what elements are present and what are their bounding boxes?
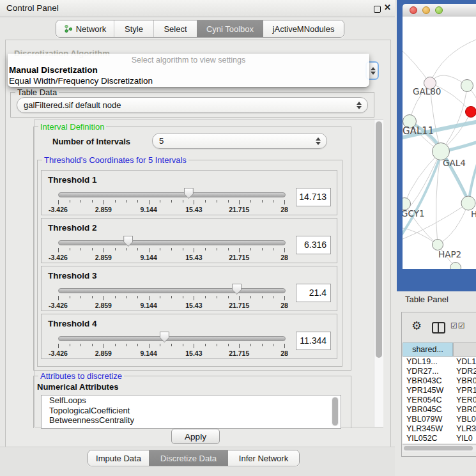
float-window-icon[interactable] — [374, 6, 381, 13]
algorithm-placeholder: Select algorithm to view settings — [8, 56, 369, 65]
minimize-traffic-light-icon[interactable] — [422, 6, 430, 14]
table-cell-shared-name[interactable]: YPR145W — [406, 386, 443, 395]
table-toolbar: ⚙ ☑☑ — [402, 312, 476, 342]
table-cell-shared-name[interactable]: YLR345W — [406, 424, 443, 434]
tab-select[interactable]: Select — [153, 20, 197, 37]
table-cell-name[interactable]: YIL0 — [456, 434, 473, 443]
attribute-item-selfloops[interactable]: SelfLoops — [42, 395, 341, 406]
table-row[interactable]: YIL052CYIL0 — [403, 434, 476, 443]
tick-label: 28 — [280, 302, 288, 309]
threshold-3-value-input[interactable]: 21.4 — [296, 284, 331, 302]
num-intervals-combo[interactable]: 5 — [152, 133, 327, 149]
threshold-3-slider-track[interactable] — [58, 288, 286, 293]
tab-discretize-data[interactable]: Discretize Data — [149, 450, 228, 466]
edge[interactable] — [403, 227, 438, 245]
table-cell-shared-name[interactable]: YER054C — [406, 395, 442, 405]
table-cell-shared-name[interactable]: YDR27... — [406, 367, 439, 376]
tab-label: Network — [76, 24, 107, 34]
table-cell-name[interactable]: YER0 — [456, 395, 476, 405]
attributes-list-scrollbar[interactable] — [332, 397, 339, 426]
algorithm-option-equal-width-frequency-discretization[interactable]: Equal Width/Frequency Discretization — [9, 76, 153, 86]
attribute-item-topologicalcoefficient[interactable]: TopologicalCoefficient — [42, 406, 341, 416]
table-row[interactable]: YBR043CYBR0 — [403, 376, 476, 386]
apply-button[interactable]: Apply — [171, 429, 220, 444]
threshold-4-slider-track[interactable] — [58, 336, 286, 341]
interval-definition-group-label: Interval Definition — [38, 123, 106, 131]
table-cell-name[interactable]: YLR3 — [456, 424, 476, 434]
algorithm-dropdown-popup: Select algorithm to view settings Manual… — [8, 54, 369, 87]
split-columns-icon[interactable] — [432, 322, 445, 334]
table-row[interactable]: YDL19...YDL1 — [403, 357, 476, 367]
num-intervals-value: 5 — [159, 136, 164, 146]
tab-jactivemnodules[interactable]: jActiveMNodules — [263, 20, 344, 37]
tab-style[interactable]: Style — [114, 20, 153, 37]
table-row[interactable]: YER054CYER0 — [403, 395, 476, 405]
table-row[interactable]: YPR145WYPR1 — [403, 386, 476, 395]
network-graph-icon — [64, 24, 73, 33]
tick-label: 9.144 — [140, 349, 157, 357]
table-cell-shared-name[interactable]: YDL19... — [406, 357, 438, 367]
table-cell-shared-name[interactable]: YIL052C — [406, 434, 438, 443]
edge[interactable] — [441, 86, 467, 151]
close-traffic-light-icon[interactable] — [410, 6, 417, 14]
network-canvas[interactable]: GAL80GAL11GAL4GCY1HHAP2 — [403, 17, 476, 269]
table-data-combo-value: galFiltered.sif default node — [24, 100, 121, 110]
attributes-list[interactable]: SelfLoopsTopologicalCoefficientBetweenne… — [41, 395, 341, 429]
vertical-scrollbar[interactable] — [374, 119, 383, 427]
threshold-1-box: Threshold 1-3.4262.8599.14415.4321.71528… — [41, 170, 337, 215]
node-label-h: H — [471, 209, 476, 219]
column-header-shared-name[interactable]: shared... — [403, 342, 453, 357]
table-cell-name[interactable]: YBL0 — [456, 415, 476, 424]
threshold-4-box: Threshold 4-3.4262.8599.14415.4321.71528… — [41, 314, 337, 359]
threshold-2-value-input[interactable]: 6.316 — [296, 236, 331, 254]
node-hap2[interactable] — [433, 240, 443, 250]
close-icon[interactable]: ✕ — [384, 3, 391, 12]
edge[interactable] — [438, 203, 468, 245]
edge[interactable] — [403, 50, 430, 83]
table-cell-shared-name[interactable]: YBR043C — [406, 376, 442, 386]
tab-impute-data[interactable]: Impute Data — [88, 450, 149, 466]
threshold-label: Threshold 1 — [48, 175, 97, 185]
table-row[interactable]: YDR27...YDR2 — [403, 367, 476, 376]
table-cell-shared-name[interactable]: YBR045C — [406, 405, 442, 415]
node[interactable] — [461, 80, 473, 92]
column-header-name[interactable]: n — [453, 342, 476, 357]
table-data-combo[interactable]: galFiltered.sif default node — [17, 97, 368, 113]
tick-label: -3.426 — [49, 254, 68, 261]
threshold-2-slider-track[interactable] — [58, 240, 286, 245]
threshold-1-slider-track[interactable] — [58, 192, 286, 197]
table-row[interactable]: YLR345WYLR3 — [403, 424, 476, 434]
table-horizontal-scrollbar[interactable] — [403, 444, 476, 452]
table-row[interactable]: YBR045CYBR0 — [403, 405, 476, 415]
table-row[interactable]: YBL079WYBL0 — [403, 415, 476, 424]
tab-cyni-toolbox[interactable]: Cyni Toolbox — [197, 20, 263, 37]
tick-label: -3.426 — [49, 302, 68, 309]
tab-label: Cyni Toolbox — [206, 24, 254, 34]
threshold-4-value-input[interactable]: 11.344 — [296, 332, 331, 350]
node-h[interactable] — [461, 196, 475, 210]
tab-infer-network[interactable]: Infer Network — [228, 450, 299, 466]
table-cell-name[interactable]: YDR2 — [456, 367, 476, 376]
table-cell-name[interactable]: YBR0 — [456, 405, 476, 415]
threshold-2-box: Threshold 2-3.4262.8599.14415.4321.71528… — [41, 218, 337, 263]
node-label-gal80: GAL80 — [413, 86, 441, 96]
table-cell-shared-name[interactable]: YBL079W — [406, 415, 442, 424]
node[interactable] — [466, 107, 476, 118]
tick-label: 21.715 — [229, 302, 249, 309]
zoom-traffic-light-icon[interactable] — [435, 6, 443, 14]
vertical-scrollbar-thumb[interactable] — [376, 121, 382, 358]
tab-label: Select — [164, 24, 187, 34]
gear-icon[interactable]: ⚙ — [411, 319, 422, 333]
slider-tick-labels: -3.4262.8599.14415.4321.71528 — [58, 206, 284, 213]
tick-label: 15.43 — [185, 302, 202, 309]
table-cell-name[interactable]: YPR1 — [456, 386, 476, 395]
algorithm-option-manual-discretization[interactable]: Manual Discretization — [9, 65, 98, 75]
attribute-item-betweennesscentrality[interactable]: BetweennessCentrality — [42, 415, 341, 426]
tick-label: 28 — [280, 254, 288, 261]
threshold-1-value-input[interactable]: 14.713 — [296, 188, 331, 206]
table-cell-name[interactable]: YDL1 — [456, 357, 476, 367]
table-cell-name[interactable]: YBR0 — [456, 376, 476, 386]
slider-tick-labels: -3.4262.8599.14415.4321.71528 — [58, 349, 284, 357]
select-columns-checkboxes-icon[interactable]: ☑☑ — [450, 321, 466, 330]
tab-network[interactable]: Network — [56, 20, 114, 37]
